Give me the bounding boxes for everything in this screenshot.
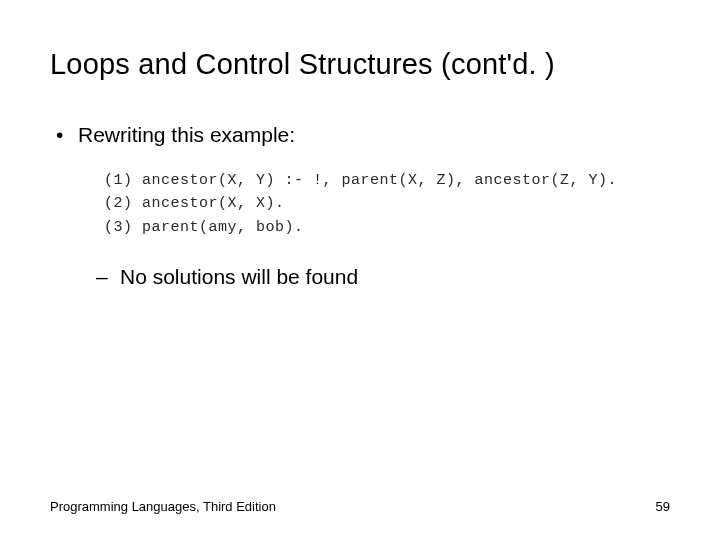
slide-title: Loops and Control Structures (cont'd. ) [50,48,670,81]
bullet1-text: Rewriting this example: [78,123,295,147]
page-number: 59 [656,499,670,514]
bullet-level1: • Rewriting this example: [56,123,670,147]
code-block: (1) ancestor(X, Y) :- !, parent(X, Z), a… [104,169,670,239]
bullet-dash: – [96,265,120,289]
bullet2-text: No solutions will be found [120,265,358,289]
slide: Loops and Control Structures (cont'd. ) … [0,0,720,540]
code-line-3: (3) parent(amy, bob). [104,216,670,239]
bullet-level2: – No solutions will be found [96,265,670,289]
footer-left: Programming Languages, Third Edition [50,499,276,514]
code-line-1: (1) ancestor(X, Y) :- !, parent(X, Z), a… [104,169,670,192]
footer: Programming Languages, Third Edition 59 [50,499,670,514]
code-line-2: (2) ancestor(X, X). [104,192,670,215]
bullet-dot: • [56,123,78,147]
